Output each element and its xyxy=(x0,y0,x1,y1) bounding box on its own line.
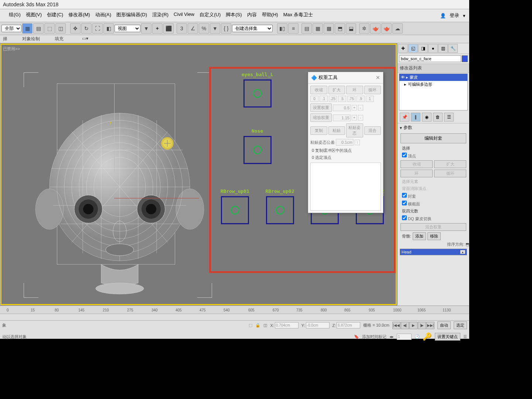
goto-start-button[interactable]: |◀◀ xyxy=(392,322,400,329)
spinner-snap-button[interactable]: ▼ xyxy=(210,23,220,34)
add-time-tag-label[interactable]: 添加时间标记 xyxy=(362,334,386,340)
wt-preset-25[interactable]: .25 xyxy=(329,96,337,102)
wt-scale-minus-button[interactable]: - xyxy=(358,115,363,120)
snap-toggle-button[interactable]: 3 xyxy=(177,23,187,34)
cross-sections-checkbox[interactable] xyxy=(402,201,407,205)
key-filters-button[interactable]: ☰ xyxy=(463,334,467,339)
timeline-ruler[interactable]: 0158014521027534040547554060567073580086… xyxy=(0,306,469,314)
wt-set-weight-button[interactable]: 设置权重 xyxy=(310,103,332,112)
wt-tolerance-input[interactable] xyxy=(336,139,354,146)
x-coord-input[interactable] xyxy=(275,322,299,328)
bone-item-head[interactable]: Head▴ xyxy=(400,249,467,255)
lock-selection-icon[interactable]: ⬚ xyxy=(249,323,252,328)
use-pivot-center-button[interactable]: ▼ xyxy=(141,23,151,34)
wt-set-weight-input[interactable] xyxy=(333,105,351,111)
wt-grow-button[interactable]: 扩大 xyxy=(328,86,345,94)
render-frame-button[interactable]: 🫖 xyxy=(370,23,381,34)
wt-loop-button[interactable]: 循环 xyxy=(364,86,381,94)
pin-stack-icon[interactable]: 📌 xyxy=(400,113,409,122)
menu-animation[interactable]: 动画(A) xyxy=(93,11,113,20)
render-setup-button[interactable]: ✲ xyxy=(359,23,369,34)
wt-scale-plus-button[interactable]: + xyxy=(352,115,357,120)
selection-filter[interactable]: 全部 xyxy=(1,25,21,32)
blend-weights-button[interactable]: 混合权重 xyxy=(400,223,466,231)
percent-snap-button[interactable]: % xyxy=(199,23,209,34)
scale-button[interactable]: ⛶ xyxy=(92,23,103,34)
dq-skin-checkbox[interactable] xyxy=(402,215,407,220)
material-editor-button[interactable]: ⬓ xyxy=(346,23,356,34)
grow-button[interactable]: 扩大 xyxy=(434,160,466,168)
show-end-result-icon[interactable]: ∥ xyxy=(411,113,420,122)
reference-coord-dropdown[interactable]: 视图 xyxy=(115,25,140,32)
time-tag-icon[interactable]: 🔖 xyxy=(354,334,359,339)
ribbon-tab-paint[interactable]: 对象绘制 xyxy=(22,36,40,42)
modifier-editpoly[interactable]: ▸ 可编辑多边形 xyxy=(399,81,467,88)
weight-tool-dialog[interactable]: 🔷 权重工具 ✕ 收缩 扩大 环 循环 0 .1 .25 .5 .75 .9 1… xyxy=(308,72,383,213)
mirror-button[interactable]: ▮▯ xyxy=(277,23,287,34)
window-crossing-button[interactable]: ◫ xyxy=(55,23,66,34)
hierarchy-panel-icon[interactable]: ◨ xyxy=(418,44,428,53)
toggle-ribbon-button[interactable]: ▦ xyxy=(313,23,323,34)
wt-blend-button[interactable]: 混合 xyxy=(364,126,381,135)
vertices-checkbox[interactable] xyxy=(402,153,407,157)
add-bone-button[interactable]: 添加 xyxy=(413,232,426,240)
display-panel-icon[interactable]: ▥ xyxy=(438,44,448,53)
manipulate-button[interactable]: ✦ xyxy=(152,23,163,34)
named-selection-dropdown[interactable]: 创建选择集 xyxy=(232,25,273,32)
menu-content[interactable]: 内容 xyxy=(245,11,259,20)
remove-bone-button[interactable]: 移除 xyxy=(427,232,441,240)
schematic-view-button[interactable]: ⬒ xyxy=(335,23,345,34)
ctrl-rbrow02[interactable] xyxy=(266,196,294,224)
ctrl-rbrow01[interactable] xyxy=(221,196,249,224)
ctrl-eyesball-l[interactable] xyxy=(243,79,272,108)
curve-editor-button[interactable]: ▩ xyxy=(324,23,334,34)
placement-button[interactable]: ◧ xyxy=(103,23,114,34)
wt-preset-1[interactable]: .1 xyxy=(320,96,328,102)
weight-tool-titlebar[interactable]: 🔷 权重工具 ✕ xyxy=(308,72,383,83)
close-icon[interactable]: ✕ xyxy=(376,75,380,81)
timeline[interactable]: 0158014521027534040547554060567073580086… xyxy=(0,306,469,320)
set-key-button[interactable]: 设置关键点 xyxy=(435,333,460,341)
wt-scale-weight-button[interactable]: 缩放权重 xyxy=(310,113,332,122)
modifier-skin[interactable]: 👁 ▸ 蒙皮 xyxy=(399,74,467,81)
wt-preset-5[interactable]: .5 xyxy=(338,96,346,102)
menu-customize[interactable]: 自定义(U) xyxy=(197,11,223,20)
render-online-button[interactable]: ☁ xyxy=(392,23,403,34)
play-button[interactable]: ▶ xyxy=(409,322,417,329)
params-rollout-title[interactable]: 参数 xyxy=(403,125,412,131)
menu-scripting[interactable]: 脚本(S) xyxy=(224,11,244,20)
menu-item[interactable] xyxy=(1,11,6,20)
modifier-stack[interactable]: 👁 ▸ 蒙皮 ▸ 可编辑多边形 xyxy=(399,74,468,110)
edit-envelopes-button[interactable]: 编辑封套 xyxy=(400,133,466,143)
isolate-icon[interactable]: ◫ xyxy=(263,323,267,328)
object-color-swatch[interactable] xyxy=(462,55,468,62)
ring-button[interactable]: 环 xyxy=(400,170,433,177)
menu-civil-view[interactable]: Civil View xyxy=(171,11,197,20)
motion-panel-icon[interactable]: ● xyxy=(428,44,438,53)
wt-plus-button[interactable]: + xyxy=(352,105,357,110)
menu-view[interactable]: 视图(V) xyxy=(24,11,44,20)
menu-help[interactable]: 帮助(H) xyxy=(260,11,280,20)
menu-create[interactable]: 创建(C) xyxy=(45,11,65,20)
move-button[interactable]: ✥ xyxy=(70,23,81,34)
set-key-big-icon[interactable]: 🔑 xyxy=(423,332,432,341)
login-button[interactable]: 👤 登录 ▾ xyxy=(438,11,468,20)
wt-shrink-button[interactable]: 收缩 xyxy=(310,86,327,94)
wt-tolerance-spinner[interactable]: ⁝ xyxy=(355,140,360,145)
current-frame-input[interactable] xyxy=(397,334,412,340)
wt-paste-pose-button[interactable]: 粘贴姿态 xyxy=(346,123,363,137)
time-config-icon[interactable]: 🕐 xyxy=(415,334,420,339)
wt-preset-9[interactable]: .9 xyxy=(357,96,365,102)
select-by-name-button[interactable]: ▤ xyxy=(33,23,44,34)
next-frame-button[interactable]: |▶ xyxy=(418,322,426,329)
select-object-button[interactable]: ▦ xyxy=(22,23,33,34)
menu-rendering[interactable]: 渲染(R) xyxy=(150,11,171,20)
wt-preset-10[interactable]: 1 xyxy=(366,96,374,102)
make-unique-icon[interactable]: ◉ xyxy=(422,113,432,122)
y-coord-input[interactable] xyxy=(306,322,330,328)
wt-vertex-list[interactable] xyxy=(310,163,381,211)
create-panel-icon[interactable]: ✚ xyxy=(398,44,408,53)
lock-icon[interactable]: 🔒 xyxy=(255,323,260,328)
align-button[interactable]: ≡ xyxy=(288,23,299,34)
edit-named-sel-button[interactable]: { } xyxy=(221,23,231,34)
